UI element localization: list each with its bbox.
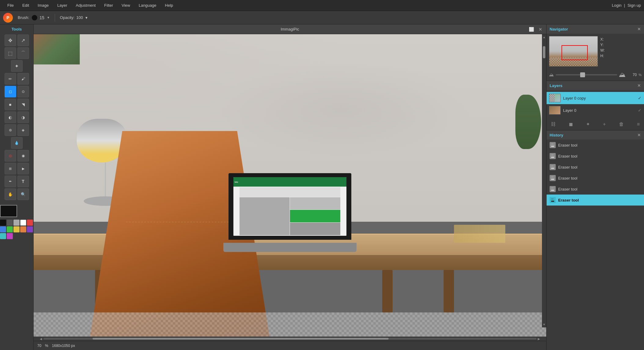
color-preset-black[interactable]: [0, 220, 6, 226]
color-preset-red[interactable]: [27, 220, 33, 226]
burn-tool[interactable]: ◑: [17, 111, 29, 123]
color-preset-cyan[interactable]: [0, 233, 6, 239]
canvas-close-btn[interactable]: ✕: [537, 26, 544, 33]
canvas-viewport[interactable]: Sally: [34, 34, 546, 337]
pen-tool[interactable]: ✒: [5, 176, 16, 187]
menu-image[interactable]: Image: [33, 0, 53, 11]
image-dimensions: 1680x1050 px: [52, 344, 75, 348]
3d-tool[interactable]: ⊞: [5, 163, 16, 174]
color-preset-blue[interactable]: [0, 226, 6, 232]
menu-help[interactable]: Help: [161, 0, 177, 11]
zoom-in-icon[interactable]: ⛰: [619, 71, 626, 79]
menu-layer[interactable]: Layer: [53, 0, 72, 11]
brush-size-value[interactable]: 15: [40, 15, 45, 20]
layer-mask-btn[interactable]: ◼: [567, 120, 575, 128]
layer-0-copy-visibility[interactable]: ✓: [638, 96, 642, 100]
hand-tool[interactable]: ✋: [5, 188, 16, 200]
scene-desk-object: [454, 225, 505, 243]
layers-close-btn[interactable]: ✕: [637, 83, 641, 88]
nav-h-label: H:: [600, 54, 605, 58]
scroll-left-arrow[interactable]: ◀: [40, 337, 42, 341]
dropper-tool[interactable]: 💧: [11, 137, 23, 149]
layer-effect-btn[interactable]: ✦: [584, 120, 592, 128]
zoom-tool[interactable]: 🔍: [17, 188, 29, 200]
layer-new-btn[interactable]: +: [601, 120, 608, 128]
scroll-right-arrow[interactable]: ▶: [538, 337, 540, 341]
layer-item-0[interactable]: Layer 0 copy ✓: [547, 92, 644, 104]
history-item-3[interactable]: Eraser tool: [547, 173, 644, 184]
scroll-up-arrow[interactable]: ▲: [541, 34, 546, 40]
zoom-out-icon[interactable]: ⛰: [549, 72, 554, 78]
navigator-preview[interactable]: [549, 36, 598, 67]
transform-tool[interactable]: ↗: [17, 35, 29, 46]
canvas-titlebar: ImmagiPic ⬜ ✕: [34, 24, 546, 34]
history-item-1[interactable]: Eraser tool: [547, 151, 644, 162]
history-item-4[interactable]: Eraser tool: [547, 184, 644, 195]
nav-zoom-value: 70: [628, 73, 637, 77]
zoom-pct-label: %: [45, 344, 48, 348]
zoom-slider-thumb[interactable]: [580, 72, 585, 77]
sponge-icon: ◈: [22, 128, 24, 132]
history-item-5[interactable]: Eraser tool: [547, 195, 644, 206]
video-tool[interactable]: ▶: [17, 163, 29, 174]
history-item-0[interactable]: Eraser tool: [547, 140, 644, 151]
zoom-slider[interactable]: [556, 74, 617, 75]
dodge-tool[interactable]: ◐: [5, 111, 16, 123]
color-preset-purple[interactable]: [27, 226, 33, 232]
menu-filter[interactable]: Filter: [100, 0, 117, 11]
signup-link[interactable]: Sign up: [628, 3, 641, 8]
history-item-2[interactable]: Eraser tool: [547, 162, 644, 173]
canvas-maximize-btn[interactable]: ⬜: [528, 26, 535, 33]
layer-delete-btn[interactable]: 🗑: [617, 120, 626, 128]
red-eye-tool[interactable]: ◎: [5, 150, 16, 162]
color-preset-green[interactable]: [7, 226, 13, 232]
stamp-tool[interactable]: ⊙: [17, 86, 29, 97]
history-close-btn[interactable]: ✕: [637, 133, 641, 137]
menu-view[interactable]: View: [117, 0, 134, 11]
pencil-tool[interactable]: ✏: [5, 73, 16, 85]
sponge-tool[interactable]: ◈: [17, 124, 29, 136]
menu-adjustment[interactable]: Adjustment: [71, 0, 100, 11]
brush-color-indicator[interactable]: [32, 15, 37, 20]
heal-tool[interactable]: ◉: [17, 150, 29, 162]
color-preset-darkgray[interactable]: [7, 220, 13, 226]
shape-icon: ■: [9, 102, 12, 107]
opacity-value[interactable]: 100: [76, 15, 83, 20]
brush-size-arrow[interactable]: ▼: [47, 16, 50, 19]
layer-extra-btn[interactable]: ≡: [635, 120, 642, 128]
color-preset-orange[interactable]: [20, 226, 26, 232]
h-scrollbar-thumb[interactable]: [93, 338, 388, 340]
magic-wand-tool[interactable]: ✦: [11, 60, 23, 72]
color-preset-gray[interactable]: [13, 220, 20, 226]
move-tool[interactable]: ✥: [5, 35, 16, 46]
scroll-down-arrow[interactable]: ▼: [541, 322, 546, 327]
eraser-tool[interactable]: ◻: [5, 86, 16, 97]
foreground-color[interactable]: [0, 205, 17, 217]
canvas-vertical-scrollbar[interactable]: ▲ ▼: [542, 34, 546, 327]
color-preset-magenta[interactable]: [7, 233, 13, 239]
brush-tool[interactable]: 🖌: [17, 73, 29, 85]
navigator-close-btn[interactable]: ✕: [637, 27, 641, 31]
layers-list: Layer 0 copy ✓ Layer 0 ✓: [547, 90, 644, 118]
layer-0-visibility[interactable]: ✓: [638, 108, 642, 113]
menu-language[interactable]: Language: [134, 0, 161, 11]
color-preset-yellow[interactable]: [13, 226, 20, 232]
canvas-horizontal-scrollbar[interactable]: ◀ ▶: [34, 337, 546, 341]
layer-item-1[interactable]: Layer 0 ✓: [547, 104, 644, 116]
scroll-thumb-v[interactable]: [543, 46, 545, 58]
history-label-2: Eraser tool: [558, 165, 577, 170]
select-rect-tool[interactable]: ⬚: [5, 47, 16, 59]
menu-edit[interactable]: Edit: [18, 0, 33, 11]
menu-file[interactable]: File: [3, 0, 18, 11]
smudge-tool[interactable]: ⊛: [5, 124, 16, 136]
layer-link-btn[interactable]: ⛓: [549, 120, 558, 128]
scene-desk-leg-right: [444, 270, 454, 312]
login-link[interactable]: Login: [612, 3, 622, 8]
opacity-dropdown-btn[interactable]: ▼: [85, 16, 88, 20]
fill-tool[interactable]: ◥: [17, 99, 29, 110]
lasso-tool[interactable]: ⌒: [17, 47, 29, 59]
tool-row-3: ✦: [11, 60, 23, 72]
shape-tool[interactable]: ■: [5, 99, 16, 110]
color-preset-white[interactable]: [20, 220, 26, 226]
type-tool[interactable]: T: [17, 176, 29, 187]
